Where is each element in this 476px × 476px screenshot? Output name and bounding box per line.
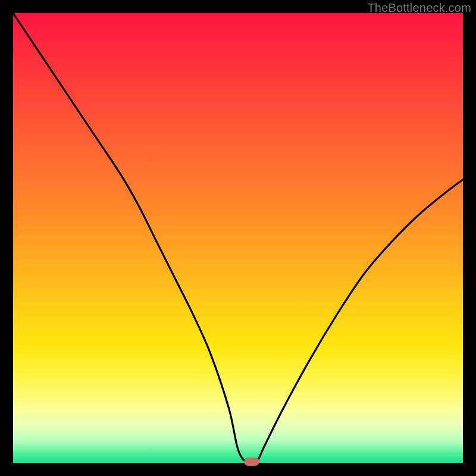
watermark-text: TheBottleneck.com	[367, 1, 471, 15]
bottleneck-curve	[13, 13, 463, 463]
chart-frame: TheBottleneck.com	[0, 0, 476, 476]
optimal-point-marker	[244, 458, 259, 466]
bottleneck-curve-path	[13, 13, 463, 465]
